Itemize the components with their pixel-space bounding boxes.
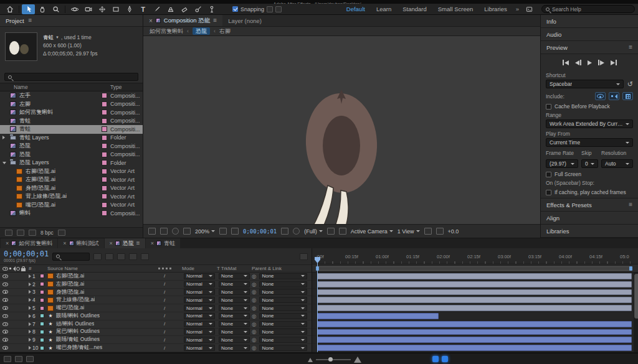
project-item-row[interactable]: 右腳/恐龍.ai Vector Art: [0, 167, 143, 176]
layer-visibility-toggle[interactable]: [2, 290, 8, 294]
home-tool[interactable]: [3, 4, 16, 14]
workspace-overflow-button[interactable]: »: [513, 4, 521, 14]
project-item-row[interactable]: 恐龍 Compositi...: [0, 142, 143, 151]
parent-select[interactable]: None: [259, 289, 307, 295]
play-from-select[interactable]: Current Time: [546, 138, 633, 147]
layer-row[interactable]: 6 眼睛/蝌蚪 Outlines / Normal None ◎: [0, 312, 312, 320]
layer-label-swatch[interactable]: [40, 338, 44, 342]
parent-select[interactable]: None: [259, 329, 307, 335]
blend-mode-select[interactable]: Normal: [184, 305, 215, 311]
clone-stamp-tool[interactable]: [164, 4, 177, 14]
composition-tab[interactable]: × Composition 恐龍 ≡: [143, 15, 222, 26]
guides-icon[interactable]: [219, 228, 227, 235]
project-item-row[interactable]: 左手 Compositi...: [0, 91, 143, 100]
layer-row[interactable]: 3 身體/恐龍.ai / Normal None ◎: [0, 289, 312, 297]
project-item-row[interactable]: 左腳 Compositi...: [0, 100, 143, 109]
quality-switch[interactable]: /: [164, 329, 165, 335]
trkmat-select[interactable]: None: [219, 329, 250, 335]
trkmat-select[interactable]: None: [219, 289, 250, 295]
full-screen-checkbox[interactable]: [546, 172, 551, 177]
project-item-row[interactable]: 青蛙 Layers Folder: [0, 134, 143, 142]
column-switches[interactable]: [147, 268, 182, 269]
hand-tool[interactable]: [36, 4, 49, 14]
camera-select[interactable]: Active Camera: [351, 228, 393, 235]
eraser-tool[interactable]: [178, 4, 191, 14]
roto-brush-tool[interactable]: [191, 4, 204, 14]
project-item-row[interactable]: 恐龍 Compositi...: [0, 151, 143, 159]
cache-before-playback-checkbox[interactable]: [546, 104, 551, 110]
libraries-panel-tab[interactable]: Libraries: [546, 228, 569, 235]
delete-icon[interactable]: [58, 230, 65, 236]
blend-mode-select[interactable]: Normal: [184, 281, 215, 287]
type-tool[interactable]: T: [136, 4, 150, 14]
pickwhip-icon[interactable]: ◎: [252, 289, 256, 295]
view-layout-select[interactable]: 1 View: [398, 228, 420, 235]
project-item-row[interactable]: 恐龍 Layers Folder: [0, 159, 143, 167]
trkmat-select[interactable]: None: [219, 273, 250, 279]
new-folder-icon[interactable]: [17, 230, 24, 236]
quality-switch[interactable]: /: [164, 281, 165, 287]
scrollbar-thumb[interactable]: [634, 274, 638, 319]
close-icon[interactable]: ×: [63, 240, 66, 246]
layer-duration-bar[interactable]: [317, 281, 632, 287]
parent-select[interactable]: None: [259, 273, 307, 279]
workspace-tab[interactable]: Small Screen: [433, 4, 478, 14]
blend-mode-select[interactable]: Normal: [184, 321, 215, 327]
interpret-footage-icon[interactable]: [5, 230, 12, 236]
layer-name[interactable]: 右腳/恐龍.ai: [56, 273, 84, 280]
pickwhip-icon[interactable]: ◎: [252, 305, 256, 311]
quality-switch[interactable]: /: [164, 273, 165, 279]
trkmat-select[interactable]: None: [219, 281, 250, 287]
zoom-tool[interactable]: [49, 4, 62, 14]
layer-row[interactable]: 5 嘴巴/恐龍.ai / Normal None ◎: [0, 304, 312, 312]
layer-visibility-toggle[interactable]: [2, 314, 8, 318]
project-item-row[interactable]: 背上線條/恐龍.ai Vector Art: [0, 192, 143, 201]
panel-menu-icon[interactable]: ≡: [136, 240, 140, 246]
label-swatch[interactable]: [102, 93, 110, 98]
blend-mode-select[interactable]: Normal: [184, 345, 215, 351]
close-icon[interactable]: ×: [149, 17, 153, 24]
snapshot-icon[interactable]: [281, 228, 288, 235]
viewer-time-display[interactable]: 0;00;00;01: [243, 228, 277, 235]
trkmat-select[interactable]: None: [219, 297, 250, 303]
timeline-search-field[interactable]: [52, 253, 90, 261]
panel-menu-icon[interactable]: ≡: [29, 17, 32, 24]
layer-name[interactable]: 眼睛/蝌蚪 Outlines: [56, 312, 100, 320]
layer-row[interactable]: 4 背上線條/恐龍.ai / Normal None ◎: [0, 296, 312, 304]
search-help-field[interactable]: Search Help: [541, 5, 635, 13]
layer-name[interactable]: 左腳/恐龍.ai: [56, 281, 84, 288]
label-swatch[interactable]: [102, 110, 110, 115]
layer-label-swatch[interactable]: [40, 314, 44, 318]
puppet-pin-tool[interactable]: [205, 4, 218, 14]
column-parent-link[interactable]: Parent & Link: [252, 266, 312, 271]
trkmat-select[interactable]: None: [219, 321, 250, 327]
layer-name[interactable]: 眼睛/青蛙 Outlines: [56, 336, 100, 343]
layer-name[interactable]: 頭/蝌蚪 Outlines: [56, 320, 94, 328]
fast-previews-icon[interactable]: [436, 228, 444, 235]
layer-name[interactable]: 嘴巴身體/青蛙...nes: [56, 344, 102, 352]
panel-menu-icon[interactable]: ≡: [629, 44, 632, 50]
label-swatch[interactable]: [102, 126, 110, 132]
layer-twirl-icon[interactable]: [29, 346, 31, 350]
label-swatch[interactable]: [102, 101, 110, 107]
zoom-slider[interactable]: [316, 359, 351, 360]
zoom-out-icon[interactable]: [308, 358, 313, 362]
range-select[interactable]: Work Area Extended By Current ...: [546, 119, 633, 128]
item-caret-icon[interactable]: ▼: [55, 34, 59, 42]
parent-select[interactable]: None: [259, 297, 307, 303]
layer-duration-bar[interactable]: [317, 337, 632, 343]
pickwhip-icon[interactable]: ◎: [252, 321, 256, 327]
layer-visibility-toggle[interactable]: [2, 346, 8, 350]
close-icon[interactable]: ×: [151, 240, 154, 246]
motion-blur-icon[interactable]: [141, 253, 149, 260]
work-area-bar[interactable]: [312, 264, 638, 273]
snapping-checkbox[interactable]: [232, 6, 238, 12]
resolution-select[interactable]: Auto: [601, 159, 633, 168]
parent-select[interactable]: None: [259, 337, 307, 343]
parent-select[interactable]: None: [259, 313, 307, 319]
pickwhip-icon[interactable]: ◎: [252, 273, 256, 279]
panel-menu-icon[interactable]: ≡: [629, 202, 632, 208]
pickwhip-icon[interactable]: ◎: [252, 329, 256, 335]
snap-option-icon[interactable]: [267, 6, 273, 12]
quality-switch[interactable]: /: [164, 306, 165, 311]
